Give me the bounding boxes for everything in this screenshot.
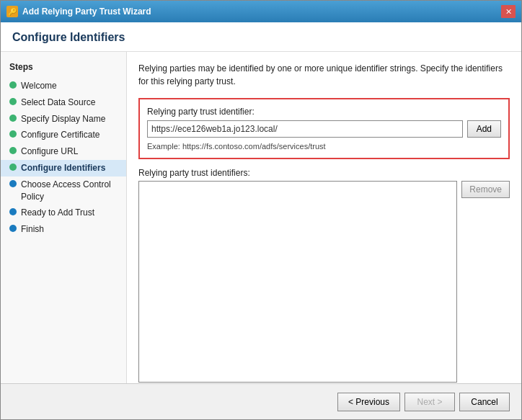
steps-label: Steps <box>1 59 126 78</box>
footer: < Previous Next > Cancel <box>1 383 521 419</box>
sidebar: Steps Welcome Select Data Source Specify… <box>1 52 127 383</box>
remove-button[interactable]: Remove <box>461 181 510 198</box>
window-icon: 🔑 <box>6 6 18 17</box>
title-bar: 🔑 Add Relying Party Trust Wizard ✕ <box>1 1 521 22</box>
dot-configure-certificate <box>9 130 17 138</box>
dot-choose-access-control <box>9 180 17 187</box>
identifier-section: Relying party trust identifier: Add Exam… <box>138 98 510 159</box>
page-title-bar: Configure Identifiers <box>1 22 521 52</box>
cancel-button[interactable]: Cancel <box>459 393 510 411</box>
sidebar-item-specify-display-name[interactable]: Specify Display Name <box>1 111 126 128</box>
previous-button[interactable]: < Previous <box>337 393 400 411</box>
sidebar-item-choose-access-control[interactable]: Choose Access Control Policy <box>1 177 126 205</box>
input-row: Add <box>147 120 501 138</box>
sidebar-label-ready-to-add-trust: Ready to Add Trust <box>21 207 94 219</box>
identifier-input[interactable] <box>147 120 463 138</box>
sidebar-label-finish: Finish <box>21 223 44 236</box>
add-button[interactable]: Add <box>467 120 501 138</box>
identifier-field-label: Relying party trust identifier: <box>147 107 501 117</box>
dot-configure-identifiers <box>9 164 17 171</box>
dot-finish <box>9 225 17 232</box>
sidebar-label-configure-certificate: Configure Certificate <box>21 129 99 141</box>
sidebar-label-select-data-source: Select Data Source <box>21 97 95 109</box>
main-panel: Relying parties may be identified by one… <box>127 52 521 383</box>
next-button[interactable]: Next > <box>404 393 455 411</box>
content-area: Steps Welcome Select Data Source Specify… <box>1 52 521 383</box>
window-title: Add Relying Party Trust Wizard <box>22 6 151 17</box>
sidebar-item-welcome[interactable]: Welcome <box>1 78 126 94</box>
page-title: Configure Identifiers <box>12 31 510 44</box>
dot-select-data-source <box>9 98 17 105</box>
sidebar-item-select-data-source[interactable]: Select Data Source <box>1 94 126 111</box>
identifiers-list-label: Relying party trust identifiers: <box>138 168 510 178</box>
wizard-window: 🔑 Add Relying Party Trust Wizard ✕ Confi… <box>0 0 522 420</box>
dot-welcome <box>9 81 17 89</box>
close-button[interactable]: ✕ <box>501 5 516 18</box>
dot-specify-display-name <box>9 115 17 122</box>
description-text: Relying parties may be identified by one… <box>138 62 510 88</box>
identifiers-list <box>138 181 457 383</box>
identifiers-section: Relying party trust identifiers: Remove <box>138 168 510 383</box>
dot-ready-to-add-trust <box>9 208 17 215</box>
sidebar-item-configure-identifiers[interactable]: Configure Identifiers <box>1 160 126 177</box>
sidebar-label-specify-display-name: Specify Display Name <box>21 113 105 125</box>
sidebar-label-configure-url: Configure URL <box>21 146 78 158</box>
identifiers-row: Remove <box>138 181 510 383</box>
sidebar-item-finish[interactable]: Finish <box>1 221 126 238</box>
sidebar-label-welcome: Welcome <box>21 80 57 92</box>
sidebar-label-configure-identifiers: Configure Identifiers <box>21 162 105 174</box>
dot-configure-url <box>9 147 17 154</box>
sidebar-item-configure-url[interactable]: Configure URL <box>1 143 126 160</box>
sidebar-item-configure-certificate[interactable]: Configure Certificate <box>1 127 126 143</box>
sidebar-item-ready-to-add-trust[interactable]: Ready to Add Trust <box>1 205 126 221</box>
example-text: Example: https://fs.contoso.com/adfs/ser… <box>147 142 501 151</box>
sidebar-label-choose-access-control: Choose Access Control Policy <box>21 179 118 203</box>
title-bar-left: 🔑 Add Relying Party Trust Wizard <box>6 6 151 17</box>
